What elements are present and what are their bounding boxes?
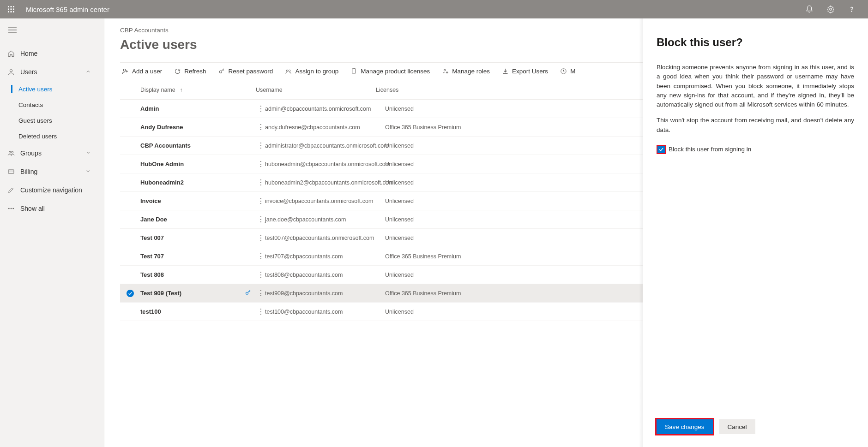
chevron-down-icon: [85, 168, 96, 175]
topbar: Microsoft 365 admin center: [0, 0, 868, 18]
svg-point-22: [123, 69, 126, 72]
row-username: huboneadmin2@cbpaccountants.onmicrosoft.…: [265, 179, 385, 186]
row-more-icon[interactable]: ⋮: [257, 105, 265, 113]
notifications-icon[interactable]: [805, 5, 814, 13]
svg-point-32: [246, 292, 248, 294]
export-users-button[interactable]: Export Users: [502, 68, 548, 75]
reset-password-icon[interactable]: [245, 289, 252, 298]
svg-rect-0: [8, 6, 9, 7]
assign-to-group-button[interactable]: Assign to group: [285, 68, 338, 75]
svg-point-21: [13, 208, 13, 209]
svg-rect-1: [11, 6, 12, 7]
row-username: test808@cbpaccountants.com: [265, 272, 385, 278]
row-display-name: CBP Accountants: [140, 142, 237, 149]
column-username[interactable]: Username: [256, 87, 376, 93]
row-display-name: Jane Doe: [140, 216, 237, 223]
nav-home[interactable]: Home: [0, 44, 104, 63]
panel-text-2: This won't stop the account from receivi…: [657, 116, 854, 135]
svg-point-29: [444, 69, 446, 71]
row-display-name: Invoice: [140, 197, 237, 204]
nav-billing[interactable]: Billing: [0, 162, 104, 181]
subnav-deleted-users[interactable]: Deleted users: [0, 128, 104, 144]
nav-users-label: Users: [20, 68, 37, 76]
row-more-icon[interactable]: ⋮: [257, 161, 265, 168]
row-more-icon[interactable]: ⋮: [257, 271, 265, 279]
more-commands-button[interactable]: M: [560, 68, 575, 75]
subnav-guest-users[interactable]: Guest users: [0, 113, 104, 128]
reset-password-button[interactable]: Reset password: [218, 68, 273, 75]
row-more-icon[interactable]: ⋮: [257, 142, 265, 149]
refresh-button[interactable]: Refresh: [174, 68, 206, 75]
row-display-name: Andy Dufresne: [140, 124, 237, 131]
main-content: CBP Accountants Active users Add a user …: [104, 18, 868, 447]
row-display-name: Test 909 (Test): [140, 290, 237, 297]
row-username: administrator@cbpaccountants.onmicrosoft…: [265, 143, 385, 149]
svg-rect-6: [8, 11, 9, 12]
nav-customize[interactable]: Customize navigation: [0, 181, 104, 199]
row-more-icon[interactable]: ⋮: [257, 290, 265, 297]
panel-text-1: Blocking someone prevents anyone from si…: [657, 63, 854, 109]
block-signin-label: Block this user from signing in: [669, 145, 751, 154]
app-title: Microsoft 365 admin center: [26, 6, 805, 13]
nav-billing-label: Billing: [20, 168, 37, 175]
row-more-icon[interactable]: ⋮: [257, 216, 265, 223]
row-more-icon[interactable]: ⋮: [257, 253, 265, 260]
row-display-name: Test 007: [140, 234, 237, 241]
row-display-name: Test 707: [140, 253, 237, 260]
nav-customize-label: Customize navigation: [20, 186, 82, 194]
subnav-active-users[interactable]: Active users: [0, 81, 104, 97]
row-select[interactable]: [127, 290, 140, 297]
add-user-button[interactable]: Add a user: [122, 68, 162, 75]
chevron-up-icon: [85, 68, 96, 76]
cancel-button[interactable]: Cancel: [719, 419, 755, 434]
nav-groups[interactable]: Groups: [0, 144, 104, 162]
row-display-name: HubOne Admin: [140, 161, 237, 167]
row-more-icon[interactable]: ⋮: [257, 197, 265, 205]
manage-licenses-button[interactable]: Manage product licenses: [350, 68, 430, 75]
nav-groups-label: Groups: [20, 149, 42, 157]
sort-asc-icon: ↑: [180, 87, 182, 93]
block-user-panel: Block this user? Blocking someone preven…: [643, 18, 868, 447]
app-launcher-icon[interactable]: [6, 4, 17, 15]
svg-point-14: [10, 70, 12, 72]
chevron-down-icon: [85, 149, 96, 157]
svg-point-27: [289, 70, 291, 72]
row-username: invoice@cbpaccountants.onmicrosoft.com: [265, 198, 385, 204]
svg-point-16: [12, 151, 13, 153]
svg-rect-7: [11, 11, 12, 12]
svg-point-9: [830, 8, 832, 11]
row-display-name: Test 808: [140, 271, 237, 278]
row-more-icon[interactable]: ⋮: [257, 124, 265, 131]
row-display-name: Huboneadmin2: [140, 179, 237, 186]
row-more-icon[interactable]: ⋮: [257, 234, 265, 242]
nav-show-all-label: Show all: [20, 205, 45, 212]
manage-roles-button[interactable]: Manage roles: [442, 68, 490, 75]
nav-show-all[interactable]: Show all: [0, 199, 104, 218]
panel-title: Block this user?: [657, 36, 854, 49]
svg-rect-17: [8, 170, 14, 173]
row-username: test100@cbpaccountants.com: [265, 309, 385, 315]
row-more-icon[interactable]: ⋮: [257, 179, 265, 186]
svg-point-15: [9, 151, 11, 153]
nav-home-label: Home: [20, 50, 37, 57]
block-signin-checkbox[interactable]: [657, 145, 666, 154]
row-username: test007@cbpaccountants.onmicrosoft.com: [265, 235, 385, 241]
nav-users[interactable]: Users: [0, 63, 104, 81]
svg-point-25: [219, 71, 222, 73]
row-more-icon[interactable]: ⋮: [257, 308, 265, 316]
help-icon[interactable]: [848, 5, 856, 13]
row-username: test707@cbpaccountants.com: [265, 253, 385, 260]
collapse-nav-icon[interactable]: [0, 18, 104, 43]
svg-rect-5: [13, 9, 14, 10]
row-username: admin@cbpaccountants.onmicrosoft.com: [265, 106, 385, 112]
column-display-name[interactable]: Display name ↑: [140, 87, 256, 93]
svg-rect-8: [13, 11, 14, 12]
row-username: andy.dufresne@cbpaccountants.com: [265, 124, 385, 131]
row-display-name: Admin: [140, 105, 237, 112]
svg-point-30: [446, 72, 448, 73]
settings-gear-icon[interactable]: [826, 5, 835, 13]
subnav-contacts[interactable]: Contacts: [0, 97, 104, 113]
save-changes-button[interactable]: Save changes: [657, 419, 713, 434]
svg-rect-3: [8, 9, 9, 10]
row-username: jane.doe@cbpaccountants.com: [265, 216, 385, 223]
